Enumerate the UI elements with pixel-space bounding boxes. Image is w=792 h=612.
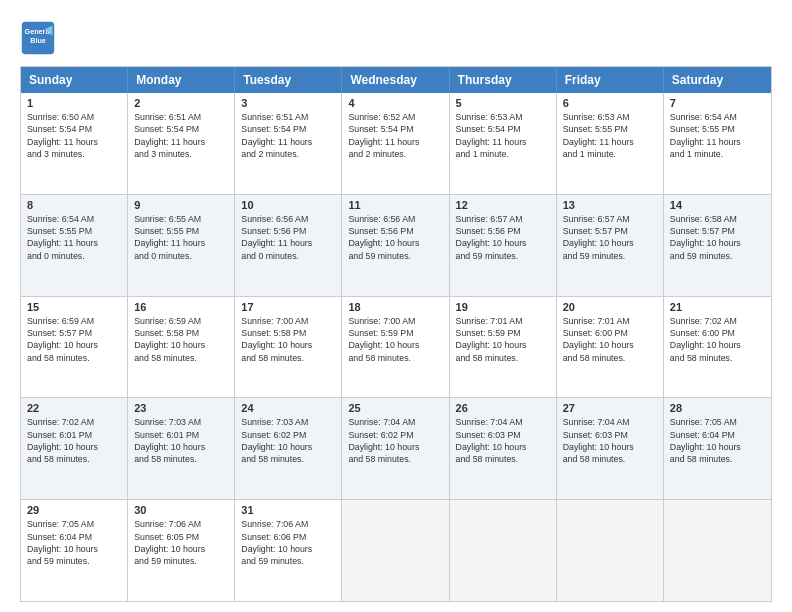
day-cell-16: 16Sunrise: 6:59 AMSunset: 5:58 PMDayligh… bbox=[128, 297, 235, 398]
day-info: Sunrise: 7:00 AMSunset: 5:58 PMDaylight:… bbox=[241, 315, 335, 364]
header-cell-wednesday: Wednesday bbox=[342, 67, 449, 93]
day-info: Sunrise: 7:02 AMSunset: 6:00 PMDaylight:… bbox=[670, 315, 765, 364]
day-cell-22: 22Sunrise: 7:02 AMSunset: 6:01 PMDayligh… bbox=[21, 398, 128, 499]
calendar-header: SundayMondayTuesdayWednesdayThursdayFrid… bbox=[21, 67, 771, 93]
day-number: 4 bbox=[348, 97, 442, 109]
day-number: 22 bbox=[27, 402, 121, 414]
day-cell-26: 26Sunrise: 7:04 AMSunset: 6:03 PMDayligh… bbox=[450, 398, 557, 499]
day-number: 13 bbox=[563, 199, 657, 211]
day-cell-18: 18Sunrise: 7:00 AMSunset: 5:59 PMDayligh… bbox=[342, 297, 449, 398]
day-info: Sunrise: 7:03 AMSunset: 6:01 PMDaylight:… bbox=[134, 416, 228, 465]
day-info: Sunrise: 7:01 AMSunset: 5:59 PMDaylight:… bbox=[456, 315, 550, 364]
day-cell-11: 11Sunrise: 6:56 AMSunset: 5:56 PMDayligh… bbox=[342, 195, 449, 296]
day-number: 24 bbox=[241, 402, 335, 414]
day-info: Sunrise: 7:04 AMSunset: 6:03 PMDaylight:… bbox=[563, 416, 657, 465]
day-cell-28: 28Sunrise: 7:05 AMSunset: 6:04 PMDayligh… bbox=[664, 398, 771, 499]
day-number: 18 bbox=[348, 301, 442, 313]
calendar-body: 1Sunrise: 6:50 AMSunset: 5:54 PMDaylight… bbox=[21, 93, 771, 601]
day-cell-27: 27Sunrise: 7:04 AMSunset: 6:03 PMDayligh… bbox=[557, 398, 664, 499]
week-row-3: 15Sunrise: 6:59 AMSunset: 5:57 PMDayligh… bbox=[21, 296, 771, 398]
day-number: 29 bbox=[27, 504, 121, 516]
header-cell-friday: Friday bbox=[557, 67, 664, 93]
day-cell-21: 21Sunrise: 7:02 AMSunset: 6:00 PMDayligh… bbox=[664, 297, 771, 398]
day-info: Sunrise: 6:54 AMSunset: 5:55 PMDaylight:… bbox=[670, 111, 765, 160]
day-info: Sunrise: 7:06 AMSunset: 6:05 PMDaylight:… bbox=[134, 518, 228, 567]
page: General Blue SundayMondayTuesdayWednesda… bbox=[0, 0, 792, 612]
day-cell-25: 25Sunrise: 7:04 AMSunset: 6:02 PMDayligh… bbox=[342, 398, 449, 499]
day-cell-6: 6Sunrise: 6:53 AMSunset: 5:55 PMDaylight… bbox=[557, 93, 664, 194]
day-cell-8: 8Sunrise: 6:54 AMSunset: 5:55 PMDaylight… bbox=[21, 195, 128, 296]
day-number: 11 bbox=[348, 199, 442, 211]
empty-cell bbox=[342, 500, 449, 601]
day-cell-14: 14Sunrise: 6:58 AMSunset: 5:57 PMDayligh… bbox=[664, 195, 771, 296]
day-info: Sunrise: 7:06 AMSunset: 6:06 PMDaylight:… bbox=[241, 518, 335, 567]
day-info: Sunrise: 6:51 AMSunset: 5:54 PMDaylight:… bbox=[241, 111, 335, 160]
svg-text:Blue: Blue bbox=[30, 36, 46, 45]
day-info: Sunrise: 6:59 AMSunset: 5:57 PMDaylight:… bbox=[27, 315, 121, 364]
day-info: Sunrise: 7:04 AMSunset: 6:03 PMDaylight:… bbox=[456, 416, 550, 465]
day-number: 27 bbox=[563, 402, 657, 414]
day-number: 15 bbox=[27, 301, 121, 313]
day-number: 30 bbox=[134, 504, 228, 516]
day-number: 5 bbox=[456, 97, 550, 109]
day-cell-2: 2Sunrise: 6:51 AMSunset: 5:54 PMDaylight… bbox=[128, 93, 235, 194]
day-info: Sunrise: 7:04 AMSunset: 6:02 PMDaylight:… bbox=[348, 416, 442, 465]
day-cell-3: 3Sunrise: 6:51 AMSunset: 5:54 PMDaylight… bbox=[235, 93, 342, 194]
day-cell-29: 29Sunrise: 7:05 AMSunset: 6:04 PMDayligh… bbox=[21, 500, 128, 601]
day-info: Sunrise: 7:00 AMSunset: 5:59 PMDaylight:… bbox=[348, 315, 442, 364]
day-info: Sunrise: 6:57 AMSunset: 5:56 PMDaylight:… bbox=[456, 213, 550, 262]
day-number: 19 bbox=[456, 301, 550, 313]
day-number: 16 bbox=[134, 301, 228, 313]
calendar: SundayMondayTuesdayWednesdayThursdayFrid… bbox=[20, 66, 772, 602]
day-info: Sunrise: 7:05 AMSunset: 6:04 PMDaylight:… bbox=[670, 416, 765, 465]
day-number: 3 bbox=[241, 97, 335, 109]
day-number: 7 bbox=[670, 97, 765, 109]
day-info: Sunrise: 6:58 AMSunset: 5:57 PMDaylight:… bbox=[670, 213, 765, 262]
logo-icon: General Blue bbox=[20, 20, 56, 56]
day-cell-12: 12Sunrise: 6:57 AMSunset: 5:56 PMDayligh… bbox=[450, 195, 557, 296]
day-number: 2 bbox=[134, 97, 228, 109]
day-number: 17 bbox=[241, 301, 335, 313]
day-info: Sunrise: 6:59 AMSunset: 5:58 PMDaylight:… bbox=[134, 315, 228, 364]
day-info: Sunrise: 6:53 AMSunset: 5:54 PMDaylight:… bbox=[456, 111, 550, 160]
week-row-5: 29Sunrise: 7:05 AMSunset: 6:04 PMDayligh… bbox=[21, 499, 771, 601]
day-info: Sunrise: 6:52 AMSunset: 5:54 PMDaylight:… bbox=[348, 111, 442, 160]
day-cell-23: 23Sunrise: 7:03 AMSunset: 6:01 PMDayligh… bbox=[128, 398, 235, 499]
empty-cell bbox=[450, 500, 557, 601]
day-cell-19: 19Sunrise: 7:01 AMSunset: 5:59 PMDayligh… bbox=[450, 297, 557, 398]
day-number: 20 bbox=[563, 301, 657, 313]
header-cell-tuesday: Tuesday bbox=[235, 67, 342, 93]
day-info: Sunrise: 7:02 AMSunset: 6:01 PMDaylight:… bbox=[27, 416, 121, 465]
day-info: Sunrise: 6:51 AMSunset: 5:54 PMDaylight:… bbox=[134, 111, 228, 160]
header-cell-sunday: Sunday bbox=[21, 67, 128, 93]
day-info: Sunrise: 6:57 AMSunset: 5:57 PMDaylight:… bbox=[563, 213, 657, 262]
week-row-1: 1Sunrise: 6:50 AMSunset: 5:54 PMDaylight… bbox=[21, 93, 771, 194]
day-info: Sunrise: 6:56 AMSunset: 5:56 PMDaylight:… bbox=[241, 213, 335, 262]
logo: General Blue bbox=[20, 20, 62, 56]
day-number: 8 bbox=[27, 199, 121, 211]
empty-cell bbox=[557, 500, 664, 601]
day-cell-1: 1Sunrise: 6:50 AMSunset: 5:54 PMDaylight… bbox=[21, 93, 128, 194]
day-number: 31 bbox=[241, 504, 335, 516]
day-cell-10: 10Sunrise: 6:56 AMSunset: 5:56 PMDayligh… bbox=[235, 195, 342, 296]
week-row-4: 22Sunrise: 7:02 AMSunset: 6:01 PMDayligh… bbox=[21, 397, 771, 499]
day-number: 12 bbox=[456, 199, 550, 211]
day-cell-31: 31Sunrise: 7:06 AMSunset: 6:06 PMDayligh… bbox=[235, 500, 342, 601]
day-number: 14 bbox=[670, 199, 765, 211]
day-number: 23 bbox=[134, 402, 228, 414]
day-cell-15: 15Sunrise: 6:59 AMSunset: 5:57 PMDayligh… bbox=[21, 297, 128, 398]
day-number: 9 bbox=[134, 199, 228, 211]
day-cell-20: 20Sunrise: 7:01 AMSunset: 6:00 PMDayligh… bbox=[557, 297, 664, 398]
header-cell-thursday: Thursday bbox=[450, 67, 557, 93]
day-number: 21 bbox=[670, 301, 765, 313]
day-number: 10 bbox=[241, 199, 335, 211]
day-info: Sunrise: 6:53 AMSunset: 5:55 PMDaylight:… bbox=[563, 111, 657, 160]
week-row-2: 8Sunrise: 6:54 AMSunset: 5:55 PMDaylight… bbox=[21, 194, 771, 296]
day-cell-24: 24Sunrise: 7:03 AMSunset: 6:02 PMDayligh… bbox=[235, 398, 342, 499]
day-cell-4: 4Sunrise: 6:52 AMSunset: 5:54 PMDaylight… bbox=[342, 93, 449, 194]
day-cell-13: 13Sunrise: 6:57 AMSunset: 5:57 PMDayligh… bbox=[557, 195, 664, 296]
header-cell-monday: Monday bbox=[128, 67, 235, 93]
day-cell-17: 17Sunrise: 7:00 AMSunset: 5:58 PMDayligh… bbox=[235, 297, 342, 398]
day-cell-30: 30Sunrise: 7:06 AMSunset: 6:05 PMDayligh… bbox=[128, 500, 235, 601]
day-info: Sunrise: 7:03 AMSunset: 6:02 PMDaylight:… bbox=[241, 416, 335, 465]
